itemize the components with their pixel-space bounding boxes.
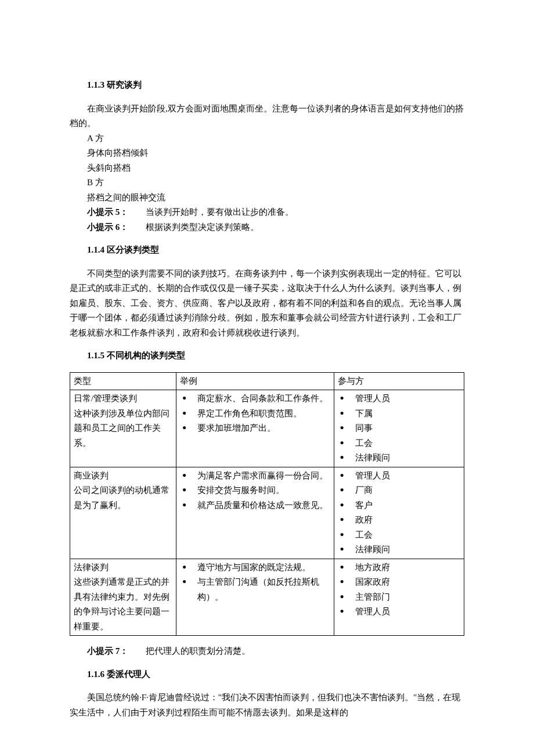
table-row: 法律谈判 这些谈判通常是正式的并具有法律约束力。对先例的争辩与讨论主要问题一样重… <box>70 559 464 636</box>
body-language-line: 身体向搭档倾斜 <box>70 146 464 161</box>
body-language-line: 头斜向搭档 <box>70 161 464 176</box>
tip-7: 小提示 7：把代理人的职责划分清楚。 <box>70 644 464 659</box>
list-item: 工会 <box>338 436 460 451</box>
list-item: 为满足客户需求而赢得一份合同。 <box>180 469 330 484</box>
section-1-1-4-heading: 1.1.4 区分谈判类型 <box>70 243 464 258</box>
list-item: 商定薪水、合同条款和工作条件。 <box>180 391 330 406</box>
col-examples-header: 举例 <box>176 372 334 390</box>
type-cell: 日常/管理类谈判 这种谈判涉及单位内部问题和员工之间的工作关系。 <box>70 390 176 467</box>
list-item: 同事 <box>338 421 460 436</box>
section-1-1-6-para: 美国总统约翰·F·肯尼迪曾经说过："我们决不因害怕而谈判，但我们也决不害怕谈判。… <box>70 690 464 720</box>
examples-cell: 商定薪水、合同条款和工作条件。 界定工作角色和职责范围。 要求加班增加产出。 <box>176 390 334 467</box>
tip-6-text: 根据谈判类型决定谈判策略。 <box>146 222 259 232</box>
table-row: 日常/管理类谈判 这种谈判涉及单位内部问题和员工之间的工作关系。 商定薪水、合同… <box>70 390 464 467</box>
col-type-header: 类型 <box>70 372 176 390</box>
list-item: 与主管部门沟通（如反托拉斯机构）。 <box>180 575 330 604</box>
examples-cell: 为满足客户需求而赢得一份合同。 安排交货与服务时间。 就产品质量和价格达成一致意… <box>176 467 334 559</box>
list-item: 厂商 <box>338 483 460 498</box>
examples-cell: 遵守地方与国家的既定法规。 与主管部门沟通（如反托拉斯机构）。 <box>176 559 334 636</box>
table-row: 商业谈判 公司之间谈判的动机通常是为了赢利。 为满足客户需求而赢得一份合同。 安… <box>70 467 464 559</box>
tip-7-label: 小提示 7： <box>87 646 128 656</box>
list-item: 地方政府 <box>338 560 460 575</box>
body-language-line: 搭档之间的眼神交流 <box>70 190 464 206</box>
type-cell: 法律谈判 这些谈判通常是正式的并具有法律约束力。对先例的争辩与讨论主要问题一样重… <box>70 559 176 636</box>
col-parties-header: 参与方 <box>334 372 464 390</box>
list-item: 政府 <box>338 513 460 528</box>
body-language-line: A 方 <box>70 131 464 146</box>
tip-7-text: 把代理人的职责划分清楚。 <box>146 646 250 656</box>
list-item: 法律顾问 <box>338 542 460 557</box>
tip-6-label: 小提示 6： <box>87 222 128 232</box>
list-item: 安排交货与服务时间。 <box>180 483 330 498</box>
list-item: 国家政府 <box>338 575 460 590</box>
section-1-1-3-para: 在商业谈判开始阶段,双方会面对面地围桌而坐。注意每一位谈判者的身体语言是如何支持… <box>70 102 464 131</box>
tip-6: 小提示 6：根据谈判类型决定谈判策略。 <box>70 220 464 235</box>
list-item: 法律顾问 <box>338 451 460 466</box>
list-item: 管理人员 <box>338 604 460 620</box>
list-item: 就产品质量和价格达成一致意见。 <box>180 498 330 513</box>
tip-5-text: 当谈判开始时，要有做出让步的准备。 <box>146 207 294 217</box>
list-item: 要求加班增加产出。 <box>180 421 330 436</box>
section-1-1-5-heading: 1.1.5 不同机构的谈判类型 <box>70 348 464 363</box>
parties-cell: 地方政府 国家政府 主管部门 管理人员 <box>334 559 464 636</box>
type-cell: 商业谈判 公司之间谈判的动机通常是为了赢利。 <box>70 467 176 559</box>
section-1-1-3-heading: 1.1.3 研究谈判 <box>70 78 464 93</box>
tip-5: 小提示 5：当谈判开始时，要有做出让步的准备。 <box>70 205 464 220</box>
section-1-1-6-heading: 1.1.6 委派代理人 <box>70 667 464 682</box>
parties-cell: 管理人员 厂商 客户 政府 工会 法律顾问 <box>334 467 464 559</box>
parties-cell: 管理人员 下属 同事 工会 法律顾问 <box>334 390 464 467</box>
list-item: 管理人员 <box>338 469 460 484</box>
list-item: 管理人员 <box>338 391 460 406</box>
list-item: 下属 <box>338 406 460 422</box>
table-header-row: 类型 举例 参与方 <box>70 372 464 390</box>
list-item: 界定工作角色和职责范围。 <box>180 406 330 422</box>
body-language-line: B 方 <box>70 175 464 190</box>
list-item: 客户 <box>338 498 460 513</box>
list-item: 工会 <box>338 528 460 543</box>
negotiation-types-table: 类型 举例 参与方 日常/管理类谈判 这种谈判涉及单位内部问题和员工之间的工作关… <box>70 372 464 636</box>
list-item: 遵守地方与国家的既定法规。 <box>180 560 330 575</box>
tip-5-label: 小提示 5： <box>87 207 128 217</box>
list-item: 主管部门 <box>338 590 460 605</box>
section-1-1-4-para: 不同类型的谈判需要不同的谈判技巧。在商务谈判中，每一个谈判实例表现出一定的特征。… <box>70 267 464 341</box>
